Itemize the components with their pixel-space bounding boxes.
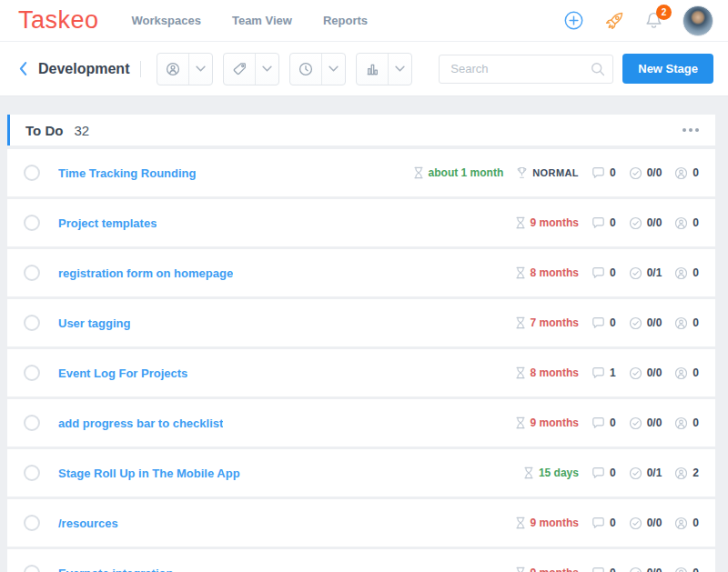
task-comments-count: 0 xyxy=(610,316,616,329)
comment-bubble-icon xyxy=(592,166,605,179)
task-complete-checkbox[interactable] xyxy=(24,465,40,481)
task-complete-checkbox[interactable] xyxy=(24,515,40,531)
brand-logo[interactable]: Taskeo xyxy=(18,6,99,35)
task-comments-count: 1 xyxy=(610,366,616,379)
task-row[interactable]: Stage Roll Up in The Mobile App 15 days … xyxy=(7,449,715,497)
task-meta: 9 months 0 0/0 0 xyxy=(515,517,699,530)
stage-title: To Do xyxy=(25,123,63,138)
task-title-link[interactable]: Project templates xyxy=(58,216,157,230)
task-comments-count: 0 xyxy=(610,567,616,572)
task-assignees-count: 0 xyxy=(693,517,699,529)
task-checklist: 0/0 xyxy=(629,416,662,430)
task-assignees-count: 0 xyxy=(693,316,699,329)
tag-filter-button[interactable] xyxy=(224,54,255,85)
task-row[interactable]: registration form on homepage 8 months 0 xyxy=(7,249,715,296)
task-complete-checkbox[interactable] xyxy=(24,315,40,331)
rocket-icon[interactable] xyxy=(603,10,625,32)
task-title-link[interactable]: Event Log For Projects xyxy=(58,366,187,380)
check-circle-icon xyxy=(629,216,642,230)
stage-header: To Do 32 xyxy=(7,115,715,146)
task-comments-count: 0 xyxy=(610,266,616,279)
chart-filter-caret[interactable] xyxy=(388,54,411,85)
filter-assignee xyxy=(157,53,213,85)
comment-bubble-icon xyxy=(592,216,605,229)
chart-filter-button[interactable] xyxy=(357,54,388,85)
task-row[interactable]: Time Tracking Rounding about 1 month NOR… xyxy=(7,149,715,196)
task-complete-checkbox[interactable] xyxy=(24,265,40,281)
task-checklist-count: 0/1 xyxy=(647,266,662,279)
task-assignees-count: 0 xyxy=(693,166,699,179)
task-title-link[interactable]: registration form on homepage xyxy=(58,266,233,280)
search-input[interactable] xyxy=(439,55,613,84)
task-title-link[interactable]: Time Tracking Rounding xyxy=(58,166,196,180)
assignee-filter-button[interactable] xyxy=(157,54,188,85)
task-meta: about 1 month NORMAL 0 0/ xyxy=(413,166,699,180)
time-filter-caret[interactable] xyxy=(321,54,345,85)
task-checklist-count: 0/0 xyxy=(647,517,662,529)
task-list: Time Tracking Rounding about 1 month NOR… xyxy=(7,149,715,572)
new-stage-button[interactable]: New Stage xyxy=(622,54,713,84)
hourglass-icon xyxy=(515,567,526,572)
task-time-label: 9 months xyxy=(531,416,579,429)
task-priority-label: NORMAL xyxy=(532,167,579,178)
tag-filter-caret[interactable] xyxy=(255,54,278,85)
task-row[interactable]: User tagging 7 months 0 xyxy=(7,299,715,346)
check-circle-icon xyxy=(629,266,642,280)
hourglass-icon xyxy=(515,216,526,229)
task-checklist: 0/1 xyxy=(629,467,662,480)
check-circle-icon xyxy=(629,416,642,430)
hourglass-icon xyxy=(515,366,526,379)
nav-item-reports[interactable]: Reports xyxy=(323,14,368,27)
task-row[interactable]: Evernote integration 9 months 0 xyxy=(7,549,715,572)
comment-bubble-icon xyxy=(592,266,605,279)
filter-chart xyxy=(356,53,412,85)
nav-item-workspaces[interactable]: Workspaces xyxy=(132,14,201,27)
comment-bubble-icon xyxy=(592,467,605,479)
assignee-icon xyxy=(674,467,688,480)
add-icon[interactable] xyxy=(563,10,584,31)
task-assignees-count: 0 xyxy=(693,366,699,379)
task-comments: 0 xyxy=(592,416,616,429)
task-time-label: 8 months xyxy=(531,266,579,279)
task-comments-count: 0 xyxy=(610,216,616,229)
task-time: 9 months xyxy=(515,416,579,429)
task-checklist: 0/0 xyxy=(629,517,662,530)
assignee-icon xyxy=(674,366,688,380)
stage-options-ellipsis-icon[interactable] xyxy=(682,125,699,135)
task-time-label: about 1 month xyxy=(429,166,504,179)
task-complete-checkbox[interactable] xyxy=(24,215,40,231)
task-comments: 0 xyxy=(592,467,616,479)
back-chevron-icon[interactable] xyxy=(16,61,29,76)
comment-bubble-icon xyxy=(592,567,605,572)
task-row[interactable]: add progress bar to checklist 9 months 0 xyxy=(7,399,715,447)
filter-tag xyxy=(223,53,279,85)
task-time-label: 7 months xyxy=(531,316,579,329)
task-title-link[interactable]: Evernote integration xyxy=(58,567,173,572)
task-assignees: 0 xyxy=(674,316,699,330)
task-complete-checkbox[interactable] xyxy=(24,415,40,431)
task-row[interactable]: Event Log For Projects 8 months 1 xyxy=(7,349,715,396)
check-circle-icon xyxy=(629,567,642,572)
task-time: 8 months xyxy=(515,266,579,279)
task-complete-checkbox[interactable] xyxy=(24,565,40,572)
user-avatar[interactable] xyxy=(682,5,713,36)
task-assignees: 0 xyxy=(674,517,699,530)
nav-item-team-view[interactable]: Team View xyxy=(232,14,292,27)
time-filter-button[interactable] xyxy=(290,54,321,85)
task-complete-checkbox[interactable] xyxy=(24,165,40,181)
task-title-link[interactable]: add progress bar to checklist xyxy=(58,416,223,430)
task-row[interactable]: Project templates 9 months 0 xyxy=(7,199,715,246)
search-box xyxy=(439,55,613,84)
task-complete-checkbox[interactable] xyxy=(24,365,40,381)
task-comments: 0 xyxy=(592,216,616,229)
assignee-icon xyxy=(674,416,688,430)
board-title: Development xyxy=(38,61,129,77)
assignee-filter-caret[interactable] xyxy=(188,54,212,85)
comment-bubble-icon xyxy=(592,416,605,429)
task-title-link[interactable]: /resources xyxy=(58,517,118,530)
task-title-link[interactable]: User tagging xyxy=(58,316,130,330)
task-row[interactable]: /resources 9 months 0 xyxy=(7,499,715,547)
task-title-link[interactable]: Stage Roll Up in The Mobile App xyxy=(58,467,240,480)
task-assignees-count: 0 xyxy=(693,266,699,279)
notifications-bell-icon[interactable]: 2 xyxy=(644,11,663,30)
